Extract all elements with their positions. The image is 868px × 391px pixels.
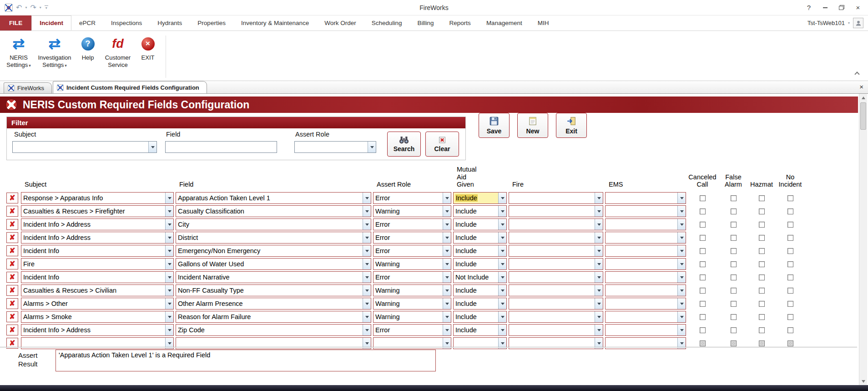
save-button[interactable]: Save [479, 113, 510, 138]
false-alarm-checkbox[interactable] [731, 301, 737, 307]
chevron-down-icon[interactable] [498, 193, 506, 203]
chevron-down-icon[interactable] [165, 285, 173, 296]
ems-combo[interactable] [605, 192, 686, 204]
fire-combo[interactable] [509, 258, 603, 270]
chevron-down-icon[interactable] [363, 311, 371, 322]
field-combo[interactable]: Gallons of Water Used [176, 258, 371, 270]
assert-role-combo[interactable]: Error [373, 192, 451, 204]
chevron-down-icon[interactable] [165, 245, 173, 256]
assert-role-combo[interactable]: Warning [373, 205, 451, 217]
subject-combo[interactable]: Incident Info > Address [21, 218, 174, 230]
assert-role-combo[interactable]: Error [373, 271, 451, 283]
delete-row-button[interactable]: ✘ [6, 232, 18, 243]
no-incident-checkbox[interactable] [787, 222, 793, 228]
chevron-down-icon[interactable] [443, 245, 451, 256]
delete-row-button[interactable]: ✘ [6, 206, 18, 217]
canceled-call-checkbox[interactable] [700, 274, 706, 280]
fire-combo[interactable] [509, 298, 603, 310]
false-alarm-checkbox[interactable] [731, 222, 737, 228]
chevron-down-icon[interactable] [443, 193, 451, 203]
investigation-settings-button[interactable]: ⇄ Investigation Settings▾ [35, 33, 75, 68]
customize-quick-access-icon[interactable]: ▾ [45, 5, 48, 10]
mutual-aid-combo[interactable]: Include [453, 324, 507, 336]
chevron-down-icon[interactable] [443, 285, 451, 296]
hazmat-checkbox[interactable] [759, 195, 765, 201]
filter-subject-combo[interactable] [12, 141, 157, 153]
assert-role-combo[interactable]: Error [373, 232, 451, 244]
mutual-aid-combo[interactable]: Include [453, 311, 507, 323]
chevron-down-icon[interactable] [498, 245, 506, 256]
chevron-down-icon[interactable] [595, 232, 603, 243]
assert-role-combo[interactable]: Error [373, 218, 451, 230]
canceled-call-checkbox[interactable] [700, 327, 706, 333]
false-alarm-checkbox[interactable] [731, 288, 737, 294]
doc-tab-fireworks[interactable]: FireWorks [4, 82, 52, 93]
false-alarm-checkbox[interactable] [731, 235, 737, 241]
ribbon-tab-properties[interactable]: Properties [190, 15, 233, 30]
chevron-down-icon[interactable] [148, 142, 156, 152]
no-incident-checkbox[interactable] [787, 288, 793, 294]
ribbon-tab-billing[interactable]: Billing [410, 15, 442, 30]
delete-row-button[interactable]: ✘ [6, 245, 18, 256]
ribbon-tab-file[interactable]: FILE [0, 15, 31, 30]
fire-combo[interactable] [509, 232, 603, 244]
hazmat-checkbox[interactable] [759, 222, 765, 228]
chevron-down-icon[interactable] [165, 259, 173, 269]
delete-row-button[interactable]: ✘ [6, 298, 18, 309]
field-combo[interactable]: Reason for Alarm Failure [176, 311, 371, 323]
chevron-down-icon[interactable] [595, 285, 603, 296]
field-combo[interactable]: Incident Narrative [176, 271, 371, 283]
chevron-down-icon[interactable] [677, 206, 686, 217]
chevron-down-icon[interactable] [595, 206, 603, 217]
chevron-down-icon[interactable] [443, 298, 451, 309]
ribbon-tab-management[interactable]: Management [479, 15, 530, 30]
user-menu[interactable]: Tst-TsWeb101 ▾ [807, 15, 868, 30]
delete-row-button[interactable]: ✘ [6, 285, 18, 296]
window-help-button[interactable]: ? [801, 1, 817, 14]
chevron-down-icon[interactable] [595, 272, 603, 283]
no-incident-checkbox[interactable] [787, 261, 793, 267]
assert-role-combo[interactable]: Warning [373, 311, 451, 323]
chevron-down-icon[interactable] [443, 311, 451, 322]
chevron-down-icon[interactable] [498, 206, 506, 217]
hazmat-checkbox[interactable] [759, 301, 765, 307]
undo-icon[interactable]: ↶ [16, 4, 22, 11]
chevron-down-icon[interactable] [363, 272, 371, 283]
chevron-down-icon[interactable] [363, 232, 371, 243]
chevron-down-icon[interactable] [363, 206, 371, 217]
canceled-call-checkbox[interactable] [700, 301, 706, 307]
help-button[interactable]: ? Help [75, 33, 101, 61]
field-combo[interactable]: Casualty Classification [176, 205, 371, 217]
chevron-down-icon[interactable] [165, 219, 173, 230]
subject-combo[interactable]: Alarms > Smoke [21, 311, 174, 323]
mutual-aid-combo[interactable]: Include [453, 258, 507, 270]
false-alarm-checkbox[interactable] [731, 208, 737, 214]
false-alarm-checkbox[interactable] [731, 248, 737, 254]
subject-combo[interactable]: Casualties & Rescues > Civilian [21, 284, 174, 296]
chevron-down-icon[interactable] [165, 232, 173, 243]
chevron-down-icon[interactable] [498, 311, 506, 322]
chevron-down-icon[interactable] [595, 259, 603, 269]
fire-combo[interactable] [509, 324, 603, 336]
hazmat-checkbox[interactable] [759, 208, 765, 214]
vertical-scrollbar[interactable] [859, 94, 867, 385]
chevron-down-icon[interactable] [677, 311, 686, 322]
avatar[interactable] [853, 18, 863, 28]
ribbon-tab-mih[interactable]: MIH [530, 15, 557, 30]
chevron-down-icon[interactable] [677, 285, 686, 296]
filter-field-input[interactable] [165, 141, 277, 153]
canceled-call-checkbox[interactable] [700, 222, 706, 228]
field-combo[interactable]: Emergency/Non Emergency [176, 245, 371, 257]
chevron-down-icon[interactable] [443, 232, 451, 243]
fire-combo[interactable] [509, 284, 603, 296]
no-incident-checkbox[interactable] [787, 235, 793, 241]
chevron-down-icon[interactable] [677, 272, 686, 283]
search-button[interactable]: Search [387, 132, 421, 157]
ems-combo[interactable] [605, 311, 686, 323]
chevron-down-icon[interactable] [443, 259, 451, 269]
subject-combo[interactable]: Incident Info [21, 245, 174, 257]
ems-combo[interactable] [605, 258, 686, 270]
chevron-down-icon[interactable] [443, 219, 451, 230]
chevron-down-icon[interactable] [595, 311, 603, 322]
delete-row-button[interactable]: ✘ [6, 193, 18, 203]
